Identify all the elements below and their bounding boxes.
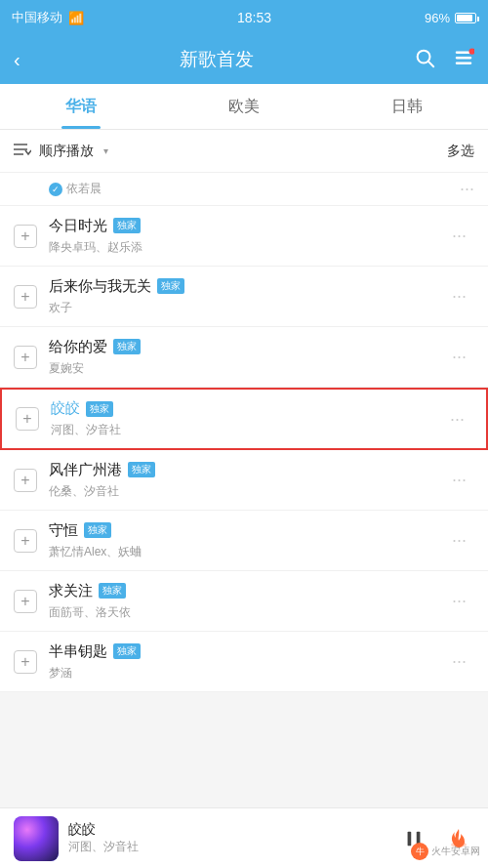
sort-controls[interactable]: 顺序播放 ▾ <box>14 143 108 160</box>
song-item-8[interactable]: + 半串钥匙 独家 梦涵 ··· <box>0 632 488 692</box>
song-title-6: 守恒 <box>49 521 78 540</box>
battery-fill <box>457 15 472 21</box>
player-thumbnail[interactable] <box>14 816 59 861</box>
song-title-8: 半串钥匙 <box>49 642 107 661</box>
more-button-8[interactable]: ··· <box>444 647 474 676</box>
song-item-1[interactable]: + 今日时光 独家 降央卓玛、赵乐添 ··· <box>0 206 488 267</box>
dropdown-arrow-icon: ▾ <box>103 145 108 156</box>
song-title-row-8: 半串钥匙 独家 <box>49 642 444 661</box>
watermark: 牛 火牛安卓网 <box>411 843 480 860</box>
sort-label: 顺序播放 <box>39 143 94 160</box>
status-right: 96% <box>425 11 476 25</box>
song-item-6[interactable]: + 守恒 独家 萧忆情Alex、妖蛐 ··· <box>0 511 488 571</box>
sort-icon <box>14 143 31 159</box>
wifi-icon: 📶 <box>68 11 84 25</box>
back-button[interactable]: ‹ <box>14 49 20 71</box>
song-title-5: 风伴广州港 <box>49 461 122 479</box>
song-item-2[interactable]: + 后来你与我无关 独家 欢子 ··· <box>0 267 488 327</box>
song-info-7: 求关注 独家 面筋哥、洛天依 <box>49 582 444 621</box>
multiselect-button[interactable]: 多选 <box>447 143 474 160</box>
song-title-row-6: 守恒 独家 <box>49 521 444 540</box>
battery-percent: 96% <box>425 11 450 25</box>
more-button-1[interactable]: ··· <box>444 222 474 250</box>
add-button-3[interactable]: + <box>14 346 37 369</box>
song-info-5: 风伴广州港 独家 伦桑、汐音社 <box>49 461 444 500</box>
song-info-4: 皎皎 独家 河图、汐音社 <box>51 399 442 438</box>
song-artist-7: 面筋哥、洛天依 <box>49 604 444 621</box>
more-button-2[interactable]: ··· <box>444 282 474 310</box>
song-info-3: 给你的爱 独家 夏婉安 <box>49 338 444 377</box>
song-title-row-7: 求关注 独家 <box>49 582 444 600</box>
more-button-7[interactable]: ··· <box>444 587 474 615</box>
player-bar: 皎皎 河图、汐音社 牛 火牛安卓网 <box>0 807 488 868</box>
more-icon[interactable]: ··· <box>460 179 474 199</box>
song-title-row-4: 皎皎 独家 <box>51 399 442 418</box>
tab-bar: 华语 欧美 日韩 <box>0 84 488 130</box>
exclusive-badge-6: 独家 <box>84 522 111 538</box>
song-artist-2: 欢子 <box>49 300 444 316</box>
song-item-7[interactable]: + 求关注 独家 面筋哥、洛天依 ··· <box>0 571 488 632</box>
watermark-icon: 牛 <box>411 843 428 860</box>
song-artist-6: 萧忆情Alex、妖蛐 <box>49 544 444 560</box>
song-title-row-3: 给你的爱 独家 <box>49 338 444 356</box>
exclusive-badge-1: 独家 <box>113 218 141 233</box>
svg-line-1 <box>428 62 433 66</box>
song-artist-8: 梦涵 <box>49 665 444 682</box>
song-item-5[interactable]: + 风伴广州港 独家 伦桑、汐音社 ··· <box>0 450 488 511</box>
battery-icon <box>455 13 476 23</box>
add-button-8[interactable]: + <box>14 650 37 674</box>
song-title-7: 求关注 <box>49 582 93 600</box>
tab-western[interactable]: 欧美 <box>163 84 326 129</box>
more-button-5[interactable]: ··· <box>444 466 474 494</box>
song-info-1: 今日时光 独家 降央卓玛、赵乐添 <box>49 217 444 256</box>
nav-bar: ‹ 新歌首发 <box>0 35 488 84</box>
song-title-row-1: 今日时光 独家 <box>49 217 444 235</box>
partial-song-item: ✓ 依若晨 ··· <box>0 173 488 206</box>
tab-chinese[interactable]: 华语 <box>0 84 163 129</box>
song-artist-5: 伦桑、汐音社 <box>49 483 444 500</box>
song-list: ✓ 依若晨 ··· + 今日时光 独家 降央卓玛、赵乐添 ··· + 后来你与我… <box>0 173 488 692</box>
add-button-2[interactable]: + <box>14 285 37 309</box>
player-album-art <box>14 816 59 861</box>
exclusive-badge-5: 独家 <box>128 462 155 477</box>
partial-artist: ✓ 依若晨 <box>49 181 102 197</box>
status-time: 18:53 <box>237 10 271 25</box>
add-button-6[interactable]: + <box>14 529 37 553</box>
tab-jpkr[interactable]: 日韩 <box>325 84 488 129</box>
player-title: 皎皎 <box>68 821 388 839</box>
svg-rect-4 <box>456 62 472 63</box>
song-info-6: 守恒 独家 萧忆情Alex、妖蛐 <box>49 521 444 560</box>
watermark-text: 火牛安卓网 <box>431 845 480 858</box>
song-artist-1: 降央卓玛、赵乐添 <box>49 239 444 256</box>
song-title-row-5: 风伴广州港 独家 <box>49 461 444 479</box>
exclusive-badge-7: 独家 <box>99 583 126 599</box>
menu-icon[interactable] <box>453 47 474 73</box>
exclusive-badge-4: 独家 <box>86 401 113 417</box>
nav-actions <box>414 47 474 73</box>
more-button-4[interactable]: ··· <box>442 405 472 434</box>
song-title-2: 后来你与我无关 <box>49 277 151 296</box>
song-artist-4: 河图、汐音社 <box>51 422 442 438</box>
song-info-2: 后来你与我无关 独家 欢子 <box>49 277 444 316</box>
add-button-7[interactable]: + <box>14 590 37 613</box>
search-icon[interactable] <box>414 47 435 73</box>
add-button-1[interactable]: + <box>14 225 37 248</box>
exclusive-badge-3: 独家 <box>113 339 141 354</box>
add-button-5[interactable]: + <box>14 469 37 492</box>
song-artist-3: 夏婉安 <box>49 360 444 377</box>
more-button-6[interactable]: ··· <box>444 526 474 555</box>
carrier-label: 中国移动 <box>12 9 62 26</box>
song-item-3[interactable]: + 给你的爱 独家 夏婉安 ··· <box>0 327 488 388</box>
exclusive-badge-2: 独家 <box>157 278 184 294</box>
toolbar-row: 顺序播放 ▾ 多选 <box>0 130 488 173</box>
svg-rect-3 <box>456 57 472 59</box>
song-item-4[interactable]: + 皎皎 独家 河图、汐音社 ··· <box>0 388 488 450</box>
more-button-3[interactable]: ··· <box>444 343 474 371</box>
song-info-8: 半串钥匙 独家 梦涵 <box>49 642 444 682</box>
verified-icon: ✓ <box>49 183 62 196</box>
status-bar: 中国移动 📶 18:53 96% <box>0 0 488 35</box>
song-title-4: 皎皎 <box>51 399 80 418</box>
add-button-4[interactable]: + <box>16 407 39 431</box>
status-left: 中国移动 📶 <box>12 9 84 26</box>
player-info: 皎皎 河图、汐音社 <box>68 821 388 855</box>
